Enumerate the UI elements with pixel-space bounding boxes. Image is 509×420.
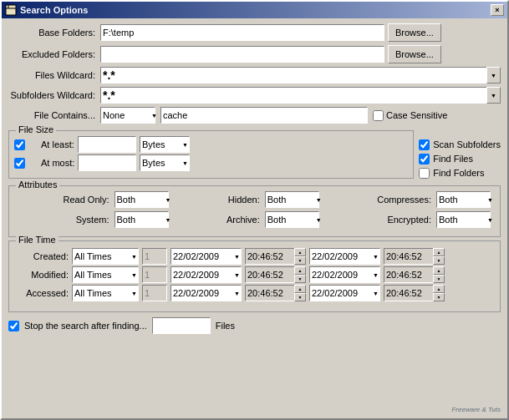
search-options-window: Search Options × Base Folders: Browse...… — [0, 0, 509, 420]
file-time-group: File Time Created: All TimesBeforeAfterB… — [8, 240, 501, 312]
compresses-select[interactable]: BothYesNo — [436, 191, 491, 208]
file-contains-label: File Contains... — [8, 110, 100, 120]
created-date2-select[interactable]: 22/02/2009 — [309, 248, 380, 265]
excluded-folders-label: Excluded Folders: — [8, 49, 100, 59]
system-wrap: BothYesNo — [115, 211, 173, 228]
modified-date1-wrap: 22/02/2009 — [171, 266, 242, 283]
modified-type-select[interactable]: All TimesBeforeAfterBetween — [72, 266, 139, 283]
modified-date1-select[interactable]: 22/02/2009 — [171, 266, 242, 283]
created-date2-wrap: 22/02/2009 — [309, 248, 380, 265]
excluded-folders-input[interactable] — [100, 46, 384, 63]
modified-time1-up[interactable]: ▲ — [294, 266, 306, 275]
scan-subfolders-checkbox[interactable] — [419, 139, 430, 150]
subfolders-wildcard-row: Subfolders Wildcard: *.* ▼ — [8, 87, 501, 104]
at-most-unit-select[interactable]: Bytes KB MB GB — [140, 154, 190, 171]
case-sensitive-checkbox[interactable] — [373, 110, 384, 121]
accessed-time2-wrap: ▲ ▼ — [384, 285, 445, 301]
browse-base-button[interactable]: Browse... — [388, 23, 441, 42]
file-contains-type-select[interactable]: None Contains RegExp — [100, 107, 155, 124]
modified-row: Modified: All TimesBeforeAfterBetween 22… — [14, 266, 495, 283]
subfolders-wildcard-dropdown[interactable]: ▼ — [486, 87, 501, 104]
accessed-date2-select[interactable]: 22/02/2009 — [309, 285, 380, 301]
accessed-num-input[interactable] — [142, 285, 167, 301]
accessed-time2-input[interactable] — [384, 285, 434, 301]
created-label: Created: — [14, 251, 69, 261]
file-time-title: File Time — [16, 235, 59, 245]
at-most-row: At most: 50 Bytes KB MB GB — [14, 154, 408, 171]
footer-row: Stop the search after finding... 10000 F… — [8, 317, 501, 334]
encrypted-wrap: BothYesNo — [436, 211, 495, 228]
compresses-label: Compresses: — [328, 195, 431, 205]
accessed-time2-up[interactable]: ▲ — [433, 285, 445, 293]
modified-date2-select[interactable]: 22/02/2009 — [309, 266, 380, 283]
created-date1-wrap: 22/02/2009 — [171, 248, 242, 265]
hidden-label: Hidden: — [178, 195, 260, 205]
created-time1-down[interactable]: ▼ — [294, 256, 306, 265]
files-wildcard-dropdown[interactable]: ▼ — [486, 67, 501, 83]
subfolders-wildcard-label: Subfolders Wildcard: — [8, 90, 100, 100]
at-least-unit-select[interactable]: Bytes KB MB GB — [140, 136, 190, 153]
created-type-select[interactable]: All TimesBeforeAfterBetween — [72, 248, 139, 265]
created-date1-select[interactable]: 22/02/2009 — [171, 248, 242, 265]
find-folders-checkbox[interactable] — [419, 168, 430, 179]
case-sensitive-label: Case Sensitive — [373, 110, 447, 121]
created-time1-input[interactable] — [245, 248, 295, 265]
find-folders-label: Find Folders — [433, 168, 484, 178]
modified-time1-down[interactable]: ▼ — [294, 275, 306, 283]
modified-time2-up[interactable]: ▲ — [433, 266, 445, 275]
content-area: Base Folders: Browse... Excluded Folders… — [2, 18, 507, 339]
modified-time2-spinners: ▲ ▼ — [433, 266, 445, 283]
at-least-input[interactable]: 20 — [78, 136, 136, 153]
modified-time2-wrap: ▲ ▼ — [384, 266, 445, 283]
at-most-checkbox[interactable] — [14, 158, 25, 169]
window-icon — [5, 4, 17, 16]
created-time2-up[interactable]: ▲ — [433, 248, 445, 256]
file-contains-input[interactable] — [160, 107, 368, 124]
excluded-folders-row: Excluded Folders: Browse... — [8, 45, 501, 63]
at-most-input[interactable]: 50 — [78, 154, 136, 171]
title-bar-left: Search Options — [5, 4, 88, 16]
stop-search-checkbox[interactable] — [8, 321, 19, 331]
modified-time2-down[interactable]: ▼ — [433, 275, 445, 283]
accessed-time1-down[interactable]: ▼ — [294, 293, 306, 301]
scan-subfolders-row: Scan Subfolders — [419, 139, 501, 150]
find-folders-row: Find Folders — [419, 168, 501, 179]
files-wildcard-row: Files Wildcard: *.* ▼ — [8, 67, 501, 83]
read-only-label: Read Only: — [14, 195, 109, 205]
at-least-unit-wrap: Bytes KB MB GB — [140, 136, 190, 153]
modified-time2-input[interactable] — [384, 266, 434, 283]
encrypted-select[interactable]: BothYesNo — [436, 211, 491, 228]
close-button[interactable]: × — [491, 4, 504, 16]
read-only-wrap: BothYesNo — [115, 191, 173, 208]
accessed-time1-up[interactable]: ▲ — [294, 285, 306, 293]
find-files-checkbox[interactable] — [419, 154, 430, 164]
hidden-select[interactable]: BothYesNo — [265, 191, 319, 208]
accessed-date1-select[interactable]: 22/02/2009 — [171, 285, 242, 301]
at-least-checkbox[interactable] — [14, 139, 25, 150]
scan-subfolders-label: Scan Subfolders — [433, 139, 501, 149]
created-time2-input[interactable] — [384, 248, 434, 265]
accessed-time1-input[interactable] — [245, 285, 295, 301]
find-files-label: Find Files — [433, 154, 473, 164]
modified-time1-input[interactable] — [245, 266, 295, 283]
read-only-select[interactable]: BothYesNo — [115, 191, 169, 208]
svg-rect-0 — [6, 5, 16, 15]
created-time1-up[interactable]: ▲ — [294, 248, 306, 256]
accessed-time2-down[interactable]: ▼ — [433, 293, 445, 301]
system-select[interactable]: BothYesNo — [115, 211, 169, 228]
accessed-date2-wrap: 22/02/2009 — [309, 285, 380, 301]
accessed-type-select[interactable]: All TimesBeforeAfterBetween — [72, 285, 139, 301]
files-wildcard-display[interactable]: *.* — [100, 67, 487, 83]
accessed-time-type-wrap: All TimesBeforeAfterBetween — [72, 285, 139, 301]
created-time2-down[interactable]: ▼ — [433, 256, 445, 265]
attributes-title: Attributes — [16, 180, 59, 190]
archive-select[interactable]: BothYesNo — [265, 211, 319, 228]
subfolders-wildcard-star: *.* — [103, 89, 115, 101]
base-folders-input[interactable] — [100, 24, 384, 41]
created-num-input[interactable] — [142, 248, 167, 265]
accessed-time2-spinners: ▲ ▼ — [433, 285, 445, 301]
stop-value-input[interactable]: 10000 — [152, 317, 211, 334]
modified-num-input[interactable] — [142, 266, 167, 283]
subfolders-wildcard-display[interactable]: *.* — [100, 87, 487, 104]
browse-excluded-button[interactable]: Browse... — [388, 45, 441, 63]
